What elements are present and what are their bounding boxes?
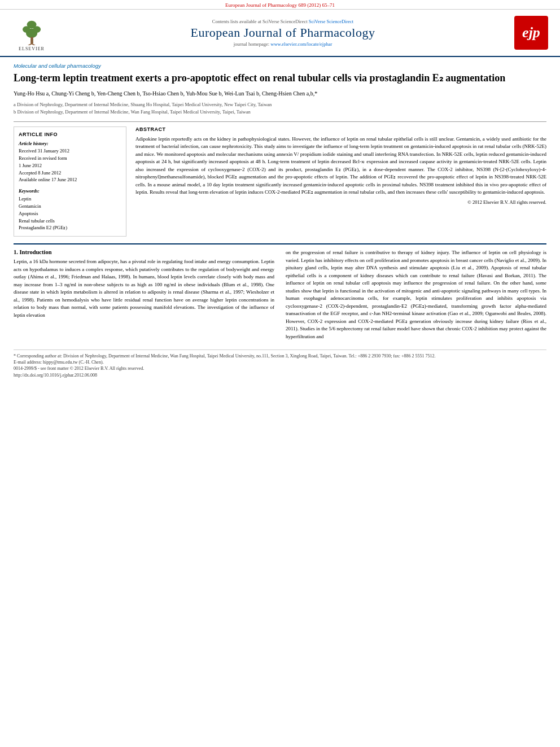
svg-line-6 (25, 43, 31, 45)
received-revised-label: Received in revised form (19, 155, 121, 162)
abstract-text: Adipokine leptin reportedly acts on the … (135, 136, 546, 196)
article-info-abstract: ARTICLE INFO Article history: Received 3… (14, 126, 546, 237)
top-banner: European Journal of Pharmacology 689 (20… (0, 0, 560, 10)
abstract-copyright: © 2012 Elsevier B.V. All rights reserved… (135, 199, 546, 205)
journal-center-info: Contents lists available at SciVerse Sci… (60, 19, 506, 47)
keywords-list: Leptin Gentamicin Apoptosis Renal tubula… (19, 195, 121, 231)
journal-homepage: journal homepage: www.elsevier.com/locat… (60, 41, 506, 47)
keyword-pge2: Prostaglandin E2 (PGE₂) (19, 224, 121, 231)
footnote-doi: http://dx.doi.org/10.1016/j.ejphar.2012.… (14, 372, 546, 378)
revised-date: 1 June 2012 (19, 163, 121, 169)
ejp-logo-container: ejp (511, 16, 551, 50)
footnote-email: E-mail address: hippy@tmu.edu.tw (C.-H. … (14, 359, 546, 365)
affiliation-a: a Division of Nephrology, Department of … (14, 101, 546, 108)
body-col-left: 1. Introduction Leptin, a 16 kDa hormone… (14, 249, 274, 340)
section-label: Molecular and cellular pharmacology (14, 63, 546, 69)
footnote-area: * Corresponding author at: Division of N… (14, 350, 546, 378)
journal-title: European Journal of Pharmacology (60, 25, 506, 40)
intro-text-left: Leptin, a 16 kDa hormone secreted from a… (14, 258, 274, 319)
sciverse-line: Contents lists available at SciVerse Sci… (60, 19, 506, 24)
authors: Yung-Ho Hsu a, Chung-Yi Cheng b, Yen-Che… (14, 89, 546, 98)
intro-text-right: on the progression of renal failure is c… (286, 249, 546, 340)
elsevier-tree-icon (16, 14, 47, 45)
keyword-gentamicin: Gentamicin (19, 203, 121, 210)
svg-line-7 (32, 43, 37, 45)
divider-1 (14, 121, 546, 122)
svg-point-4 (27, 21, 36, 29)
article-history-label: Article history: (19, 141, 121, 146)
keyword-renal: Renal tubular cells (19, 217, 121, 225)
article-title: Long-term leptin treatment exerts a pro-… (14, 72, 546, 85)
abstract-box: ABSTRACT Adipokine leptin reportedly act… (135, 126, 546, 205)
body-content: 1. Introduction Leptin, a 16 kDa hormone… (14, 249, 546, 340)
article-info-box: ARTICLE INFO Article history: Received 3… (14, 126, 126, 237)
keyword-apoptosis: Apoptosis (19, 210, 121, 217)
keyword-leptin: Leptin (19, 195, 121, 203)
ejp-logo: ejp (514, 16, 548, 50)
article-info-title: ARTICLE INFO (19, 132, 121, 137)
abstract-title: ABSTRACT (135, 126, 546, 132)
svg-rect-5 (30, 37, 33, 44)
elsevier-logo: ELSEVIER (9, 14, 54, 51)
available-date: Available online 17 June 2012 (19, 177, 121, 184)
sciverse-link[interactable]: SciVerse ScienceDirect (309, 19, 354, 24)
footnote-corresponding: * Corresponding author at: Division of N… (14, 353, 546, 359)
affiliation-b: b Division of Nephrology, Department of … (14, 108, 546, 116)
homepage-url[interactable]: www.elsevier.com/locate/ejphar (270, 41, 332, 47)
keywords-label: Keywords: (19, 188, 121, 194)
affiliations: a Division of Nephrology, Department of … (14, 101, 546, 116)
elsevier-label: ELSEVIER (19, 46, 45, 51)
article-info-col: ARTICLE INFO Article history: Received 3… (14, 126, 126, 237)
intro-heading: 1. Introduction (14, 249, 274, 255)
abstract-col: ABSTRACT Adipokine leptin reportedly act… (135, 126, 546, 237)
footnote-issn: 0014-2999/$ - see front matter © 2012 El… (14, 365, 546, 372)
body-col-right: on the progression of renal failure is c… (286, 249, 546, 340)
bottom-divider (14, 243, 546, 244)
received-date: Received 31 January 2012 (19, 148, 121, 155)
main-content: Molecular and cellular pharmacology Long… (0, 57, 560, 384)
accepted-date: Accepted 8 June 2012 (19, 170, 121, 177)
journal-header: ELSEVIER Contents lists available at Sci… (0, 10, 560, 57)
